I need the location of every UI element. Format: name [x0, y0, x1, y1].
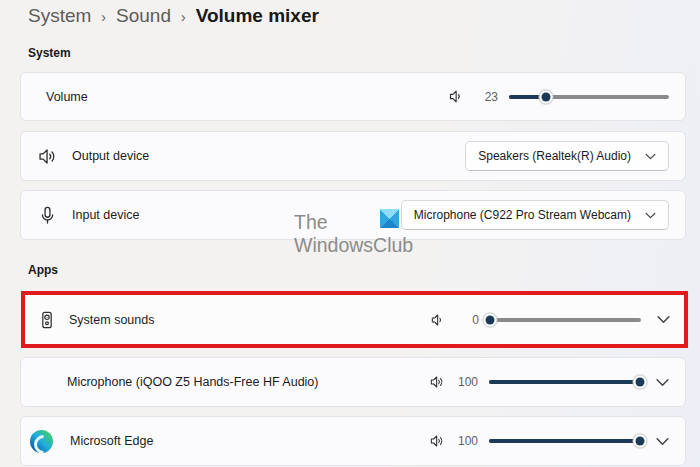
chevron-down-icon[interactable] [656, 437, 669, 446]
edge-slider-fill [489, 439, 640, 443]
system-sounds-slider[interactable] [490, 318, 641, 322]
microphone-app-slider[interactable] [489, 380, 640, 384]
edge-app-slider[interactable] [489, 439, 640, 443]
volume-slider-thumb[interactable] [538, 89, 553, 104]
microphone-slider-thumb[interactable] [633, 375, 648, 390]
microphone-slider-fill [489, 380, 640, 384]
speaker-loud-icon [429, 433, 445, 449]
volume-mixer-settings-page: System › Sound › Volume mixer System Vol… [0, 0, 700, 467]
system-sounds-value: 0 [455, 313, 479, 327]
edge-slider-thumb[interactable] [633, 434, 648, 449]
apps-section-label: Apps [28, 263, 58, 277]
system-sounds-slider-thumb[interactable] [483, 312, 498, 327]
breadcrumb-separator-icon: › [181, 7, 186, 25]
input-device-label: Input device [72, 208, 139, 222]
speaker-waves-icon [37, 146, 58, 167]
output-device-dropdown[interactable]: Speakers (Realtek(R) Audio) [465, 141, 669, 171]
input-device-dropdown[interactable]: Microphone (C922 Pro Stream Webcam) [401, 200, 669, 230]
microphone-app-label: Microphone (iQOO Z5 Hands-Free HF Audio) [67, 375, 318, 389]
breadcrumb: System › Sound › Volume mixer [28, 5, 319, 27]
edge-slider-group: 100 [429, 433, 669, 449]
chevron-down-icon[interactable] [657, 315, 670, 324]
microphone-app-value: 100 [454, 375, 478, 389]
microphone-slider-group: 100 [429, 374, 669, 390]
volume-slider[interactable] [509, 95, 669, 99]
volume-row: Volume 23 [20, 72, 686, 121]
breadcrumb-sound[interactable]: Sound [116, 5, 171, 27]
input-device-selected: Microphone (C922 Pro Stream Webcam) [414, 208, 631, 222]
speaker-loud-icon [429, 374, 445, 390]
edge-icon [30, 430, 53, 453]
chevron-down-icon [645, 212, 656, 219]
system-sounds-slider-group: 0 [430, 312, 670, 328]
edge-app-row[interactable]: Microsoft Edge 100 [20, 416, 686, 466]
watermark-line2: WindowsClub [294, 234, 413, 257]
system-sounds-label: System sounds [69, 313, 154, 327]
volume-label: Volume [46, 90, 88, 104]
windowsclub-logo-icon [380, 209, 399, 228]
volume-value: 23 [474, 90, 498, 104]
output-device-selected: Speakers (Realtek(R) Audio) [478, 149, 631, 163]
microphone-icon [37, 205, 58, 226]
output-device-row: Output device Speakers (Realtek(R) Audio… [20, 131, 686, 181]
volume-slider-group: 23 [448, 88, 669, 105]
system-sounds-row[interactable]: System sounds 0 [25, 295, 684, 344]
chevron-down-icon [645, 153, 656, 160]
page-title: Volume mixer [196, 5, 319, 27]
microphone-app-row[interactable]: Microphone (iQOO Z5 Hands-Free HF Audio)… [20, 357, 686, 407]
red-highlight-box: System sounds 0 [21, 291, 688, 348]
system-section-label: System [28, 46, 71, 60]
edge-app-value: 100 [454, 434, 478, 448]
breadcrumb-system[interactable]: System [28, 5, 91, 27]
chevron-down-icon[interactable] [656, 378, 669, 387]
system-sounds-icon [37, 310, 57, 330]
output-device-label: Output device [72, 149, 149, 163]
speaker-low-icon [448, 88, 465, 105]
breadcrumb-separator-icon: › [101, 7, 106, 25]
edge-app-label: Microsoft Edge [70, 434, 153, 448]
speaker-low-icon [430, 312, 446, 328]
